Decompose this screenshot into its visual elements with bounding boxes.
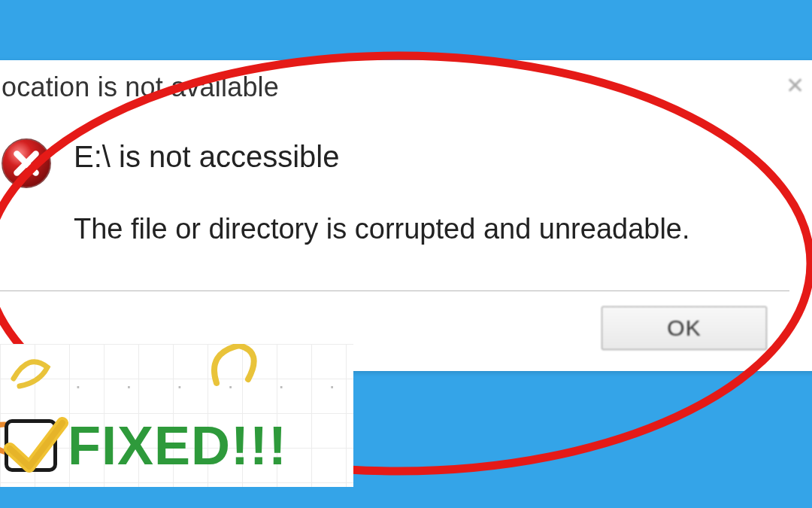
dialog-separator [0, 291, 789, 291]
dialog-message: E:\ is not accessible The file or direct… [74, 137, 789, 248]
fixed-badge: · · · · · · · · FIXED!!! [0, 344, 353, 487]
message-title: E:\ is not accessible [74, 140, 789, 174]
close-icon[interactable]: ✕ [786, 72, 804, 99]
dialog-titlebar[interactable]: ocation is not available ✕ [0, 60, 812, 114]
message-detail: The file or directory is corrupted and u… [74, 210, 789, 248]
fixed-label: FIXED!!! [68, 415, 287, 476]
ok-button[interactable]: OK [601, 306, 767, 350]
error-dialog: ocation is not available ✕ E:\ is not ac… [0, 60, 812, 371]
dot-row: · · · · · · · · [75, 374, 353, 398]
fixed-row: FIXED!!! [5, 415, 287, 476]
checkbox-icon [5, 419, 57, 472]
dialog-body: E:\ is not accessible The file or direct… [0, 114, 812, 271]
dialog-title: ocation is not available [2, 71, 279, 103]
error-icon [0, 137, 53, 190]
